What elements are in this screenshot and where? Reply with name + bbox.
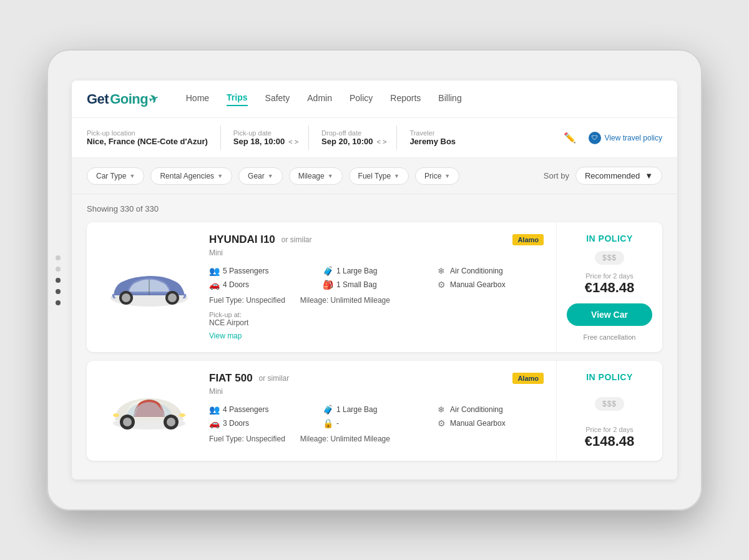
dot-1 (56, 255, 61, 260)
ac-icon-fiat: ❄ (436, 405, 446, 415)
car-main-hyundai: HYUNDAI I10 or similar Alamo Mini 👥 5 Pa… (87, 222, 556, 352)
small-bag-icon: 🎒 (323, 280, 333, 290)
car-main-fiat: FIAT 500 or similar Alamo Mini 👥 4 Passe… (87, 361, 556, 461)
spec-large-bag-hyundai: 🧳 1 Large Bag (323, 266, 430, 276)
gearbox-icon-fiat: ⚙ (436, 418, 446, 428)
results-content: Showing 330 of 330 (72, 194, 677, 479)
pickup-date-field: Pick-up date Sep 18, 10:00 < > (233, 125, 309, 150)
fuel-type-hyundai: Fuel Type: Unspecified (209, 296, 285, 305)
fuel-type-chevron-icon: ▼ (394, 173, 399, 179)
sort-select[interactable]: Recommended ▼ (575, 167, 662, 185)
spec-small-bag-fiat: 🔒 - (323, 418, 430, 428)
in-policy-hyundai: IN POLICY (586, 233, 633, 243)
car-name-hyundai: HYUNDAI I10 (209, 233, 275, 246)
filter-rental-agencies[interactable]: Rental Agencies ▼ (150, 167, 232, 185)
car-type-chevron-icon: ▼ (129, 173, 135, 179)
pickup-location-value: Nice, France (NCE-Cote d'Azur) (87, 137, 208, 146)
nav-admin[interactable]: Admin (307, 93, 332, 106)
dropoff-date-value: Sep 20, 10:00 < > (321, 137, 386, 146)
dropoff-date-label: Drop-off date (321, 129, 386, 137)
price-tier-hyundai: $$$ (595, 251, 624, 265)
spec-ac-fiat: ❄ Air Conditioning (436, 405, 544, 415)
spec-gearbox-hyundai: ⚙ Manual Gearbox (436, 280, 544, 290)
pickup-date-label: Pick-up date (233, 129, 298, 137)
pickup-date-arrows[interactable]: < > (288, 138, 298, 145)
nav-billing[interactable]: Billing (438, 93, 461, 106)
ac-icon: ❄ (436, 266, 446, 276)
car-specs-hyundai: 👥 5 Passengers 🧳 1 Large Bag ❄ Air Condi… (209, 266, 544, 290)
edit-icon[interactable]: ✏️ (564, 132, 576, 144)
in-policy-fiat: IN POLICY (586, 372, 633, 382)
free-cancel-hyundai: Free cancellation (584, 333, 636, 341)
sort-section: Sort by Recommended ▼ (544, 167, 662, 185)
car-similar-hyundai: or similar (281, 235, 312, 244)
car-header-hyundai: HYUNDAI I10 or similar Alamo (209, 233, 544, 246)
price-tier-fiat: $$$ (595, 397, 624, 411)
car-card-fiat: FIAT 500 or similar Alamo Mini 👥 4 Passe… (87, 361, 662, 461)
car-class-hyundai: Mini (209, 248, 544, 257)
logo-get: Get (87, 91, 109, 107)
tablet-dots (56, 255, 61, 305)
nav-reports[interactable]: Reports (390, 93, 421, 106)
dropoff-date-field: Drop-off date Sep 20, 10:00 < > (321, 125, 397, 150)
filter-price[interactable]: Price ▼ (415, 167, 459, 185)
passengers-icon-fiat: 👥 (209, 405, 219, 415)
fuel-mileage-hyundai: Fuel Type: Unspecified Mileage: Unlimite… (209, 296, 544, 305)
price-amount-hyundai: €148.48 (585, 280, 635, 296)
nav-trips[interactable]: Trips (227, 92, 247, 106)
doors-icon: 🚗 (209, 280, 219, 290)
car-pricing-hyundai: IN POLICY $$$ Price for 2 days €148.48 V… (556, 222, 662, 352)
tablet-screen: GetGoing✈ Home Trips Safety Admin Policy… (72, 81, 677, 479)
results-count: Showing 330 of 330 (87, 204, 662, 214)
traveler-field: Traveler Jeremy Bos (409, 125, 468, 150)
filter-car-type[interactable]: Car Type ▼ (87, 167, 144, 185)
dropoff-date-arrows[interactable]: < > (376, 138, 386, 145)
spec-large-bag-fiat: 🧳 1 Large Bag (323, 405, 430, 415)
filter-fuel-type[interactable]: Fuel Type ▼ (349, 167, 409, 185)
view-policy-button[interactable]: 🛡 View travel policy (589, 132, 662, 144)
dot-4 (56, 289, 61, 294)
traveler-value: Jeremy Bos (409, 137, 456, 146)
svg-point-10 (167, 418, 175, 426)
nav-policy[interactable]: Policy (350, 93, 373, 106)
car-image-area-fiat (99, 372, 199, 449)
dot-5 (56, 300, 61, 305)
price-section-fiat: Price for 2 days €148.48 (585, 426, 635, 449)
nav-home[interactable]: Home (186, 93, 209, 106)
filter-mileage[interactable]: Mileage ▼ (289, 167, 343, 185)
large-bag-icon: 🧳 (323, 266, 333, 276)
logo: GetGoing✈ (87, 91, 159, 107)
mileage-fiat: Mileage: Unlimited Mileage (300, 435, 390, 443)
view-car-button-hyundai[interactable]: View Car (567, 303, 652, 326)
pickup-label-hyundai: Pick-up at: (209, 311, 544, 318)
svg-point-8 (123, 418, 132, 426)
dot-2 (56, 267, 61, 272)
car-image-hyundai (102, 259, 196, 315)
car-header-fiat: FIAT 500 or similar Alamo (209, 372, 544, 385)
passengers-icon: 👥 (209, 266, 219, 276)
price-amount-fiat: €148.48 (585, 433, 635, 449)
car-class-fiat: Mini (209, 387, 544, 396)
spec-small-bag-hyundai: 🎒 1 Small Bag (323, 280, 430, 290)
pickup-location-label: Pick-up location (87, 129, 208, 137)
rental-agencies-chevron-icon: ▼ (217, 173, 223, 179)
spec-ac-hyundai: ❄ Air Conditioning (436, 266, 544, 276)
view-map-link-hyundai[interactable]: View map (209, 332, 242, 340)
sort-chevron-icon: ▼ (645, 171, 653, 180)
filter-gear[interactable]: Gear ▼ (238, 167, 283, 185)
svg-point-2 (122, 293, 130, 302)
car-similar-fiat: or similar (259, 374, 290, 383)
pricing-middle-fiat: $$$ (595, 397, 624, 411)
price-label-hyundai: Price for 2 days (585, 272, 635, 280)
logo-plane: ✈ (147, 91, 160, 107)
traveler-label: Traveler (409, 129, 456, 137)
pickup-location-hyundai: NCE Airport (209, 318, 544, 327)
spec-passengers-hyundai: 👥 5 Passengers (209, 266, 316, 276)
svg-point-11 (179, 413, 185, 417)
car-specs-fiat: 👥 4 Passengers 🧳 1 Large Bag ❄ Air Condi… (209, 405, 544, 428)
spec-doors-hyundai: 🚗 4 Doors (209, 280, 316, 290)
nav-safety[interactable]: Safety (265, 93, 290, 106)
small-bag-icon-fiat: 🔒 (323, 418, 333, 428)
gear-chevron-icon: ▼ (268, 173, 273, 179)
nav-links: Home Trips Safety Admin Policy Reports B… (186, 92, 462, 106)
